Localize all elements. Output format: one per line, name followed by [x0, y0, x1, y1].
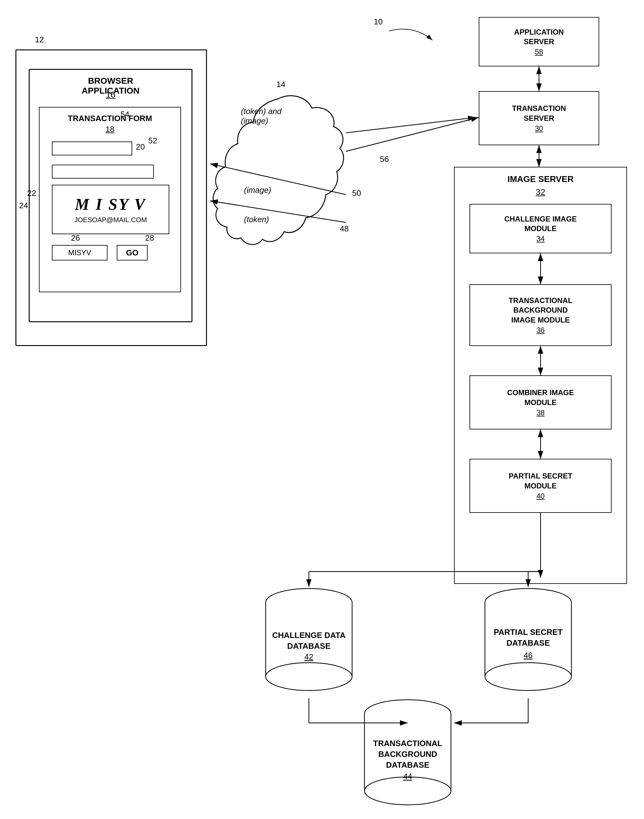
ref-10: 10 — [374, 17, 383, 26]
ref-26: 26 — [71, 233, 80, 243]
svg-text:PARTIAL SECRET: PARTIAL SECRET — [494, 627, 563, 637]
ref-48: 48 — [340, 224, 349, 233]
misyv-input[interactable]: MISYV — [52, 245, 107, 261]
ref-12: 12 — [35, 35, 44, 44]
svg-text:42: 42 — [305, 652, 313, 661]
transaction-server-title: TRANSACTION SERVER — [512, 103, 566, 123]
transaction-form-box: TRANSACTION FORM 18 M I SY V JOESOAP@MAI… — [39, 107, 181, 292]
token-and-image-label: (token) and (image) — [241, 107, 282, 126]
challenge-image-module-box: CHALLENGE IMAGE MODULE 34 — [469, 204, 612, 253]
svg-text:TRANSACTIONAL: TRANSACTIONAL — [373, 739, 442, 748]
captcha-email: JOESOAP@MAIL.COM — [74, 216, 147, 224]
combiner-image-module-ref: 38 — [537, 408, 545, 417]
combiner-image-module-box: COMBINER IMAGE MODULE 38 — [469, 375, 612, 429]
browser-inner-box: BROWSER APPLICATION 16 TRANSACTION FORM … — [29, 69, 192, 322]
transactional-background-image-module-ref: 36 — [537, 326, 545, 334]
svg-point-12 — [485, 663, 571, 690]
form-label: TRANSACTION FORM — [68, 114, 152, 123]
transactional-background-image-module-box: TRANSACTIONAL BACKGROUND IMAGE MODULE 36 — [469, 284, 612, 346]
ref-54: 54 — [120, 110, 129, 119]
ref-50: 50 — [352, 189, 361, 198]
transactional-background-image-module-title: TRANSACTIONAL BACKGROUND IMAGE MODULE — [509, 296, 573, 325]
ref-14: 14 — [276, 80, 285, 89]
partial-secret-module-ref: 40 — [537, 492, 545, 500]
transaction-server-box: TRANSACTION SERVER 30 — [479, 91, 599, 145]
combiner-image-module-title: COMBINER IMAGE MODULE — [507, 388, 574, 407]
transactional-background-db: TRANSACTIONAL BACKGROUND DATABASE 44 — [361, 698, 454, 816]
ref-56: 56 — [380, 155, 389, 164]
ref-28: 28 — [145, 233, 154, 243]
challenge-data-db: CHALLENGE DATA DATABASE 42 — [262, 587, 355, 698]
browser-outer-box: 12 BROWSER APPLICATION 16 TRANSACTION FO… — [15, 49, 207, 346]
svg-line-43 — [346, 117, 476, 133]
partial-secret-db: PARTIAL SECRET DATABASE 46 — [482, 587, 575, 698]
image-server-ref: 32 — [535, 187, 545, 197]
svg-text:BACKGROUND: BACKGROUND — [379, 750, 437, 759]
ref-22: 22 — [27, 189, 36, 198]
image-label: (image) — [244, 186, 271, 195]
svg-text:46: 46 — [524, 650, 533, 660]
image-server-title: IMAGE SERVER — [508, 173, 573, 185]
challenge-image-module-title: CHALLENGE IMAGE MODULE — [504, 214, 577, 233]
svg-text:DATABASE: DATABASE — [506, 638, 550, 647]
partial-secret-module-title: PARTIAL SECRET MODULE — [509, 471, 572, 490]
svg-text:DATABASE: DATABASE — [287, 641, 331, 650]
application-server-ref: 58 — [535, 48, 543, 56]
ref-20: 20 — [136, 142, 145, 152]
ref-24: 24 — [19, 201, 28, 210]
captcha-display-box: M I SY V JOESOAP@MAIL.COM — [52, 185, 169, 234]
diagram: 12 BROWSER APPLICATION 16 TRANSACTION FO… — [0, 0, 644, 819]
svg-point-20 — [365, 777, 451, 805]
svg-text:44: 44 — [403, 772, 412, 781]
partial-secret-module-box: PARTIAL SECRET MODULE 40 — [469, 459, 612, 513]
input-field-2[interactable] — [52, 165, 154, 179]
form-ref: 18 — [106, 124, 115, 134]
svg-line-44 — [346, 117, 479, 151]
token-label: (token) — [244, 215, 269, 224]
challenge-image-module-ref: 34 — [537, 235, 545, 243]
go-button[interactable]: GO — [117, 245, 148, 261]
captcha-text: M I SY V — [75, 195, 146, 213]
svg-point-4 — [265, 663, 352, 690]
svg-text:DATABASE: DATABASE — [386, 760, 429, 770]
application-server-title: APPLICATION SERVER — [514, 27, 564, 46]
application-server-box: APPLICATION SERVER 58 — [479, 17, 599, 66]
transaction-server-ref: 30 — [535, 124, 543, 133]
input-field-1[interactable] — [52, 141, 132, 155]
svg-text:CHALLENGE DATA: CHALLENGE DATA — [272, 630, 346, 640]
browser-app-ref: 16 — [106, 90, 115, 100]
ref-52: 52 — [148, 136, 157, 146]
